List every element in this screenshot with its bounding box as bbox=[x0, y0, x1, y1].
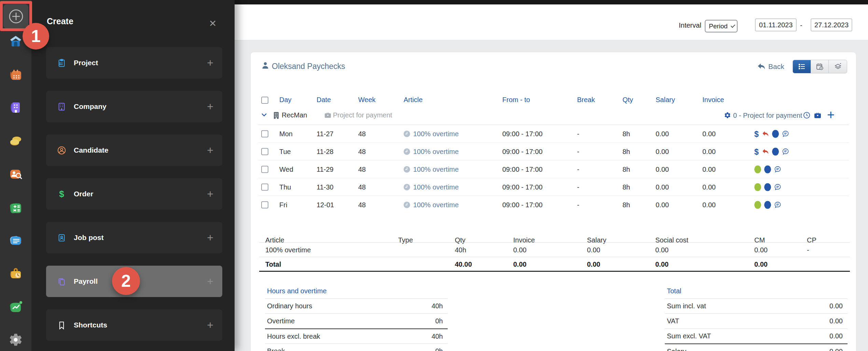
col-qty[interactable]: Qty bbox=[622, 96, 633, 104]
group-company-name[interactable]: RecMan bbox=[282, 111, 307, 119]
kv-row: Break 0h bbox=[265, 343, 448, 351]
create-item-order[interactable]: $ Order + bbox=[46, 178, 222, 210]
cell-article[interactable]: 100% overtime bbox=[413, 130, 459, 138]
cell-article[interactable]: 100% overtime bbox=[413, 183, 459, 191]
row-checkbox[interactable] bbox=[261, 201, 268, 209]
total-salary: 0.00 bbox=[587, 260, 600, 268]
create-button[interactable] bbox=[3, 4, 28, 29]
sidebar-item-finance[interactable] bbox=[8, 134, 23, 149]
cell-article[interactable]: 100% overtime bbox=[413, 201, 459, 209]
col-day[interactable]: Day bbox=[279, 96, 292, 104]
cell-break: - bbox=[577, 130, 579, 138]
kv-label: Break bbox=[267, 347, 285, 351]
list-view-button[interactable] bbox=[793, 60, 811, 73]
comment-icon[interactable] bbox=[782, 130, 789, 138]
row-checkbox[interactable] bbox=[261, 166, 268, 173]
close-icon[interactable]: ✕ bbox=[208, 19, 217, 28]
create-item-label: Company bbox=[74, 102, 107, 111]
row-checkbox[interactable] bbox=[261, 130, 268, 138]
date-from-input[interactable]: 01.11.2023 bbox=[755, 18, 797, 31]
clock-icon[interactable] bbox=[803, 112, 810, 119]
blue-circle-icon[interactable] bbox=[772, 148, 779, 156]
clock-badge-icon bbox=[404, 131, 410, 137]
cell-invoice: 0.00 bbox=[702, 166, 716, 173]
col-from-to[interactable]: From - to bbox=[502, 96, 530, 104]
layers-view-button[interactable] bbox=[829, 60, 847, 73]
col-salary[interactable]: Salary bbox=[656, 96, 675, 104]
cell-break: - bbox=[577, 166, 579, 173]
comment-icon[interactable] bbox=[774, 166, 781, 173]
section-title: Hours and overtime bbox=[265, 287, 448, 298]
blue-circle-icon[interactable] bbox=[764, 166, 771, 173]
create-item-job-post[interactable]: Job post + bbox=[46, 222, 222, 253]
row-checkbox[interactable] bbox=[261, 148, 268, 155]
cell-article[interactable]: 100% overtime bbox=[413, 148, 459, 156]
kv-row: Sum incl. vat 0.00 bbox=[665, 298, 848, 313]
dollar-icon[interactable]: $ bbox=[754, 148, 759, 155]
create-item-shortcuts[interactable]: Shortcuts + bbox=[46, 309, 222, 341]
calendar-view-button[interactable] bbox=[811, 60, 829, 73]
cell-article[interactable]: 100% overtime bbox=[413, 166, 459, 173]
create-item-candidate[interactable]: Candidate + bbox=[46, 135, 222, 166]
cell-invoice: 0.00 bbox=[513, 246, 527, 254]
create-panel: Create ✕ Project + Company + Candidate +… bbox=[31, 0, 235, 351]
cell-from-to: 09:00 - 17:00 bbox=[502, 148, 543, 156]
sidebar-item-payroll[interactable] bbox=[8, 201, 23, 216]
comment-icon[interactable] bbox=[774, 201, 781, 209]
summary-row: 100% overtime 40h 0.00 0.00 0.00 0.00 - bbox=[251, 242, 857, 257]
sidebar-item-home[interactable] bbox=[8, 34, 23, 49]
cell-day: Tue bbox=[279, 148, 291, 156]
date-to-input[interactable]: 27.12.2023 bbox=[811, 18, 852, 31]
clock-badge-icon bbox=[404, 166, 410, 173]
job-post-icon bbox=[57, 233, 66, 242]
cell-week: 48 bbox=[358, 183, 366, 191]
person-icon bbox=[261, 61, 269, 70]
green-circle-icon[interactable] bbox=[754, 201, 761, 209]
panel-title: Create bbox=[47, 16, 73, 26]
sidebar-item-candidate-search[interactable] bbox=[8, 167, 23, 182]
col-invoice[interactable]: Invoice bbox=[702, 96, 724, 104]
cell-salary: 0.00 bbox=[656, 166, 669, 173]
cell-cm: 0.00 bbox=[754, 246, 768, 254]
create-item-company[interactable]: Company + bbox=[46, 91, 222, 122]
col-article[interactable]: Article bbox=[404, 96, 423, 104]
sidebar-item-settings[interactable] bbox=[8, 332, 23, 347]
bag-icon[interactable] bbox=[814, 112, 821, 118]
sidebar-item-activity[interactable] bbox=[8, 299, 23, 314]
blue-circle-icon[interactable] bbox=[764, 183, 771, 191]
gear-icon[interactable] bbox=[724, 112, 731, 119]
blue-circle-icon[interactable] bbox=[772, 130, 779, 138]
create-item-label: Shortcuts bbox=[74, 321, 107, 329]
select-all-checkbox[interactable] bbox=[261, 97, 268, 104]
cell-from-to: 09:00 - 17:00 bbox=[502, 183, 543, 191]
clock-badge-icon bbox=[404, 184, 410, 191]
section-title: Total bbox=[665, 287, 848, 298]
return-arrow-icon[interactable] bbox=[762, 131, 769, 137]
date-separator: - bbox=[800, 22, 802, 29]
sidebar-item-calendar[interactable] bbox=[8, 68, 23, 83]
green-circle-icon[interactable] bbox=[754, 183, 761, 191]
comment-icon[interactable] bbox=[782, 148, 789, 155]
sidebar-item-companies[interactable] bbox=[8, 100, 23, 115]
page-title: Oleksand Paychecks bbox=[272, 62, 345, 71]
table-row: Thu 11-30 48 100% overtime 09:00 - 17:00… bbox=[251, 178, 857, 196]
col-break[interactable]: Break bbox=[577, 96, 595, 104]
comment-icon[interactable] bbox=[774, 184, 781, 191]
blue-circle-icon[interactable] bbox=[764, 201, 771, 209]
group-settings-label[interactable]: 0 - Project for payment bbox=[733, 112, 802, 120]
collapse-chevron-icon[interactable] bbox=[261, 112, 267, 118]
green-circle-icon[interactable] bbox=[754, 166, 761, 173]
add-row-button[interactable]: + bbox=[827, 110, 835, 120]
interval-select[interactable]: Period bbox=[705, 20, 738, 32]
kv-row: Sum excl. VAT 0.00 bbox=[665, 328, 848, 343]
sidebar-item-messages[interactable] bbox=[8, 233, 23, 248]
dollar-icon[interactable]: $ bbox=[754, 130, 759, 137]
candidate-icon bbox=[57, 146, 66, 155]
create-item-project[interactable]: Project + bbox=[46, 47, 222, 79]
return-arrow-icon[interactable] bbox=[762, 149, 769, 155]
col-week[interactable]: Week bbox=[358, 96, 376, 104]
col-date[interactable]: Date bbox=[317, 96, 331, 104]
sidebar-item-time-tracking[interactable] bbox=[8, 266, 23, 281]
back-button[interactable]: Back bbox=[757, 62, 784, 71]
row-checkbox[interactable] bbox=[261, 184, 268, 191]
